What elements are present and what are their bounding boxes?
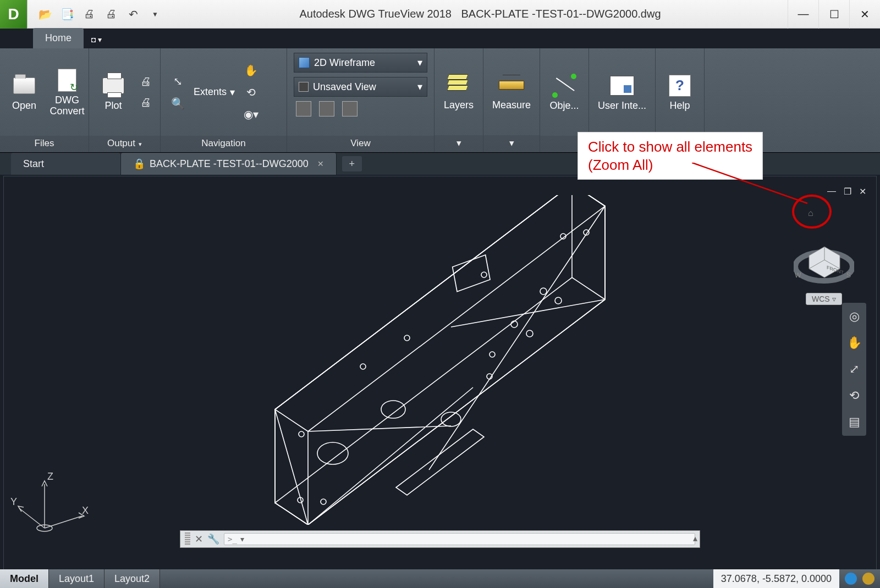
plot-button[interactable]: Plot [95, 57, 132, 128]
nav-pan-icon[interactable]: ✋ [846, 335, 862, 351]
panel-output: Plot 🖨 🖨 Output [89, 48, 161, 152]
ucs-y-label: Y [10, 496, 17, 508]
app-name: Autodesk DWG TrueView 2018 [299, 8, 451, 20]
zoom-extents-tool-icon[interactable]: ⤡ [169, 73, 186, 90]
tray-icon-2[interactable] [862, 573, 875, 585]
window-title: Autodesk DWG TrueView 2018 BACK-PLATE -T… [173, 8, 788, 20]
steering-wheel-icon[interactable]: ◉▾ [243, 106, 259, 123]
qat-dropdown-icon[interactable]: ▼ [147, 7, 163, 22]
help-icon: ? [669, 75, 691, 97]
open-button[interactable]: Open [6, 57, 43, 128]
cmd-grip-icon[interactable] [185, 532, 190, 546]
tab-document-active[interactable]: 🔒 BACK-PLATE -TEST-01--DWG2000 ✕ [121, 153, 337, 175]
status-bar: Model Layout1 Layout2 37.0678, -5.5872, … [0, 569, 880, 588]
close-button[interactable]: ✕ [849, 0, 880, 29]
maximize-button[interactable]: ☐ [818, 0, 849, 29]
open-qat-icon[interactable]: 📂 [37, 7, 53, 22]
panel-measure: Measure ▾ [483, 48, 540, 152]
viewcube-wcs-dropdown[interactable]: WCS ▿ [806, 293, 842, 305]
panel-label-view: View [287, 136, 434, 152]
ucs-x-label: X [82, 505, 89, 517]
svg-point-2 [381, 401, 405, 418]
command-input[interactable]: ▾ [224, 533, 695, 545]
file-name: BACK-PLATE -TEST-01--DWG2000.dwg [461, 8, 661, 20]
saved-view-combo[interactable]: Unsaved View ▾ [294, 77, 427, 97]
panel-expand-measure[interactable]: ▾ [483, 135, 540, 152]
layout-tab-model[interactable]: Model [0, 569, 49, 588]
quick-access-toolbar: 📂 📑 🖨 🖨 ↶ ▼ [28, 7, 173, 22]
doc-convert-icon [58, 69, 76, 92]
svg-point-6 [540, 288, 547, 295]
nav-steering-wheel-icon[interactable]: ◎ [846, 308, 862, 325]
object-snap-button[interactable]: Obje... [546, 57, 583, 128]
vp-restore-icon[interactable]: ❐ [844, 186, 851, 197]
new-tab-button[interactable]: + [342, 156, 362, 171]
print-qat-icon[interactable]: 🖨 [81, 7, 97, 22]
navigation-bar: ◎ ✋ ⤢ ⟲ ▤ [842, 303, 866, 436]
svg-text:W: W [795, 271, 801, 279]
folder-icon [13, 77, 35, 94]
orbit-icon[interactable]: ⟲ [243, 84, 259, 101]
help-button[interactable]: ? Help [661, 57, 698, 128]
printer-icon [102, 77, 124, 94]
svg-point-12 [321, 499, 326, 504]
svg-point-16 [404, 335, 410, 341]
save-qat-icon[interactable]: 📑 [59, 7, 75, 22]
view-frame-icon [299, 82, 309, 92]
coordinates-readout: 37.0678, -5.5872, 0.0000 [713, 569, 839, 588]
annotation-callout: Click to show all elements (Zoom All) [578, 132, 763, 180]
panel-label-files: Files [0, 136, 89, 152]
vp-close-icon[interactable]: ✕ [859, 186, 866, 197]
panel-navigation: ⤡ 🔍 Extents ▾ ✋ ⟲ ◉▾ Navigation [161, 48, 287, 152]
batch-print-qat-icon[interactable]: 🖨 [103, 7, 119, 22]
svg-point-15 [481, 272, 487, 278]
extents-dropdown[interactable]: Extents ▾ [194, 86, 235, 98]
tray-icon-1[interactable] [845, 573, 857, 585]
vp-minimize-icon[interactable]: — [827, 186, 836, 197]
svg-rect-0 [453, 255, 490, 292]
cmd-history-icon[interactable]: ▴ [693, 533, 697, 543]
measure-button[interactable]: Measure [489, 56, 534, 127]
viewport-config-icon[interactable] [319, 101, 334, 117]
ucs-icon: Z X Y [12, 473, 89, 539]
svg-point-3 [441, 412, 461, 426]
app-logo-icon[interactable]: D [0, 0, 28, 29]
panel-label-output[interactable]: Output [89, 136, 160, 152]
svg-point-1 [317, 442, 348, 464]
undo-qat-icon[interactable]: ↶ [125, 7, 141, 22]
cmd-wrench-icon[interactable]: 🔧 [207, 533, 219, 545]
minimize-button[interactable]: — [788, 0, 818, 29]
plot-preview-icon[interactable]: 🖨 [138, 95, 154, 111]
zoom-window-tool-icon[interactable]: 🔍 [169, 95, 186, 112]
layers-button[interactable]: Layers [440, 56, 477, 127]
user-interface-button[interactable]: User Inte... [595, 57, 650, 128]
command-line[interactable]: ✕ 🔧 ▾ ▴ [180, 530, 700, 548]
ui-icon [610, 76, 634, 96]
nav-showmotion-icon[interactable]: ▤ [846, 414, 862, 430]
page-setup-icon[interactable]: 🖨 [138, 74, 154, 90]
drawing-viewport[interactable]: — ❐ ✕ [3, 176, 877, 570]
panel-files: Open DWG Convert Files [0, 48, 89, 152]
layout-tab-layout2[interactable]: Layout2 [105, 569, 160, 588]
chevron-down-icon: ▾ [417, 57, 422, 69]
view-manager-icon[interactable] [296, 101, 311, 117]
svg-point-10 [299, 431, 304, 437]
named-views-icon[interactable] [342, 101, 358, 117]
layout-tab-layout1[interactable]: Layout1 [49, 569, 105, 588]
layers-icon [447, 74, 471, 96]
tab-start[interactable]: Start [11, 153, 121, 175]
cmd-close-icon[interactable]: ✕ [195, 533, 203, 545]
status-tray [839, 569, 880, 588]
visual-style-combo[interactable]: 2D Wireframe ▾ [294, 53, 427, 73]
pan-icon[interactable]: ✋ [243, 62, 259, 79]
visual-style-icon [299, 57, 310, 68]
tab-home[interactable]: Home [33, 28, 84, 48]
nav-orbit-icon[interactable]: ⟲ [846, 387, 862, 404]
svg-point-17 [360, 364, 366, 369]
ribbon-minimize-icon[interactable]: ◘ ▾ [84, 31, 109, 48]
close-tab-icon[interactable]: ✕ [317, 159, 324, 168]
svg-text:S: S [846, 271, 851, 279]
nav-zoom-icon[interactable]: ⤢ [846, 361, 862, 378]
panel-expand-layers[interactable]: ▾ [435, 135, 483, 152]
dwg-convert-button[interactable]: DWG Convert [48, 57, 86, 128]
